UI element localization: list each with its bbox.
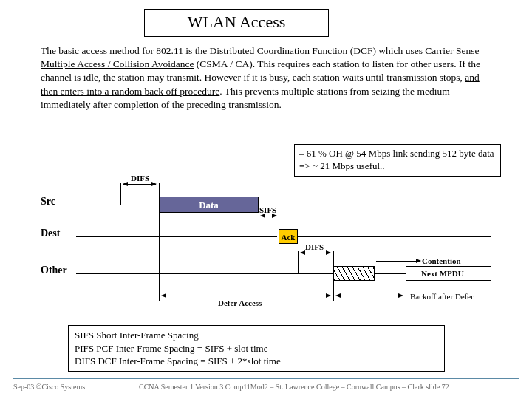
legend-line-2: PIFS PCF Inter-Frame Spacing = SIFS + sl… xyxy=(75,342,438,355)
label-other: Other xyxy=(41,265,67,276)
src-difs-v1 xyxy=(120,183,121,205)
para-text-1: The basic access method for 802.11 is th… xyxy=(41,45,425,56)
label-sifs: SIFS xyxy=(259,205,276,214)
cw-arrow xyxy=(376,261,420,262)
footer-left: Sep-03 ©Cisco Systems xyxy=(13,383,85,391)
src-line-right xyxy=(259,205,491,205)
body-paragraph: The basic access method for 802.11 is th… xyxy=(41,44,484,112)
other-difs-arrow xyxy=(301,253,330,253)
footer-divider xyxy=(13,378,519,379)
next-mpdu-box: Next MPDU xyxy=(406,266,491,281)
page-title: WLAN Access xyxy=(188,13,286,31)
other-line-left xyxy=(76,273,333,274)
dest-sifs-v1 xyxy=(259,214,259,236)
label-difs-1: DIFS xyxy=(131,174,149,183)
contention-window-box xyxy=(333,266,375,281)
label-dest: Dest xyxy=(41,228,60,239)
legend-line-3: DIFS DCF Inter-Frame Spacing = SIFS + 2*… xyxy=(75,355,438,368)
dest-sifs-arrow xyxy=(261,216,276,216)
src-line-gap xyxy=(120,205,159,205)
other-difs-v1 xyxy=(298,251,299,273)
src-difs-arrow xyxy=(123,184,156,185)
dest-line-right xyxy=(298,236,491,237)
defer-arrow xyxy=(162,296,330,296)
timing-diagram: Src Dest Other DIFS Data SIFS Ack DIFS C… xyxy=(41,177,491,318)
data-box: Data xyxy=(159,197,259,213)
title-box: WLAN Access xyxy=(144,9,329,37)
ack-box: Ack xyxy=(279,229,298,244)
backoff-v2 xyxy=(406,281,406,301)
defer-v2 xyxy=(333,281,334,301)
src-line-left xyxy=(76,205,120,205)
label-defer: Defer Access xyxy=(218,299,262,307)
backoff-arrow xyxy=(336,296,403,296)
dest-line-left xyxy=(76,236,277,237)
label-src: Src xyxy=(41,196,55,208)
footer-right: CCNA Semester 1 Version 3 Comp11Mod2 – S… xyxy=(139,383,449,391)
legend-line-1: SIFS Short Inter-Frame Spacing xyxy=(75,329,438,342)
label-next-mpdu: Next MPDU xyxy=(421,269,464,278)
label-difs-2: DIFS xyxy=(305,242,324,251)
legend-box: SIFS Short Inter-Frame Spacing PIFS PCF … xyxy=(68,325,445,372)
other-line-mid xyxy=(375,273,406,274)
defer-v1 xyxy=(159,213,160,301)
overhead-box: – 61 % OH @ 54 Mbps link sending 512 byt… xyxy=(294,144,501,177)
label-backoff: Backoff after Defer xyxy=(410,292,474,301)
overhead-text: – 61 % OH @ 54 Mbps link sending 512 byt… xyxy=(299,148,494,171)
